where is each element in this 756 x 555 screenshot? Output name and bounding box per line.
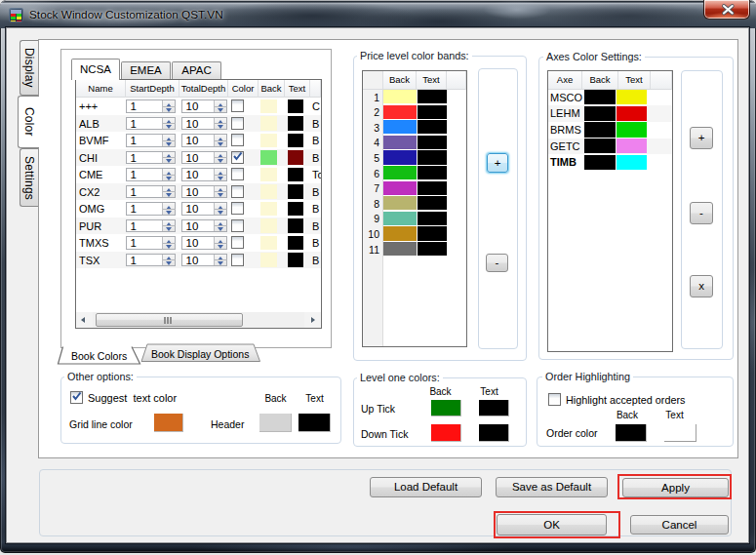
svg-text:Book Display Options: Book Display Options <box>151 348 249 360</box>
svg-text:Book Colors: Book Colors <box>71 350 127 362</box>
